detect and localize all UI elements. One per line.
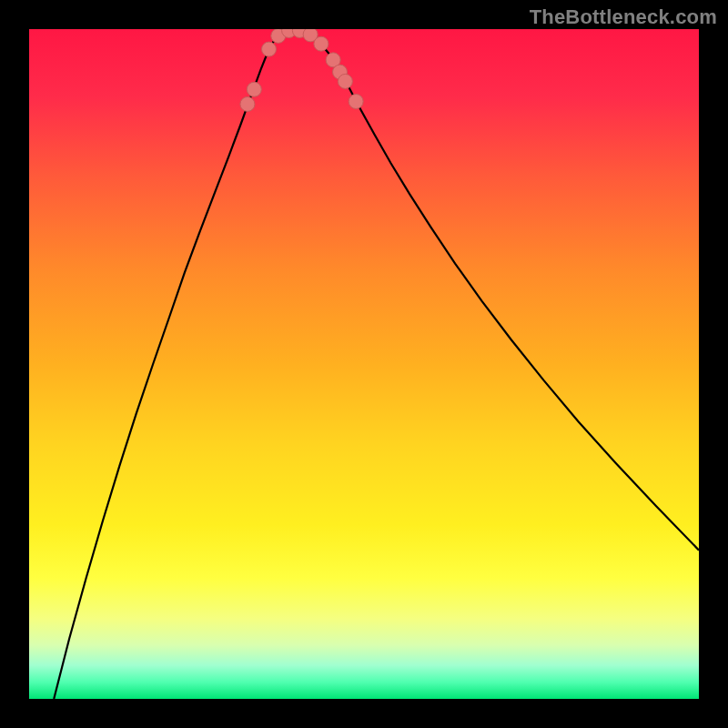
chart-frame: TheBottleneck.com xyxy=(0,0,728,728)
marker-point xyxy=(247,82,261,96)
marker-point xyxy=(349,94,363,108)
watermark-text: TheBottleneck.com xyxy=(530,5,717,29)
marker-point xyxy=(314,36,329,51)
marker-point xyxy=(240,96,255,111)
plot-area xyxy=(29,29,699,699)
marker-point xyxy=(338,74,352,88)
highlighted-markers xyxy=(240,29,363,111)
marker-point xyxy=(261,42,276,56)
bottleneck-curve xyxy=(54,29,699,699)
curve-layer xyxy=(29,29,699,699)
